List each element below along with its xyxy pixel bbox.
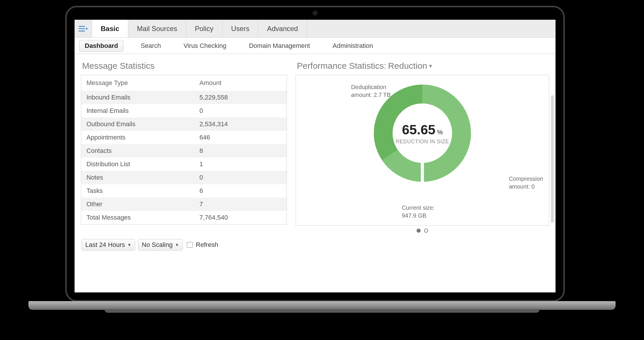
table-row: Appointments646 [81, 131, 287, 144]
pager-dot-2[interactable] [424, 229, 428, 233]
subtab-search[interactable]: Search [135, 40, 167, 52]
svg-marker-3 [86, 28, 88, 30]
menu-toggle-button[interactable] [75, 20, 92, 37]
refresh-toggle[interactable]: Refresh [186, 241, 218, 249]
cell-amount: 7 [194, 198, 287, 211]
table-row: Internal Emails0 [81, 104, 287, 117]
cell-amount: 7,764,540 [194, 211, 287, 225]
app-screen: Basic Mail Sources Policy Users Advanced… [75, 20, 556, 292]
cell-amount: 2,534,314 [194, 117, 287, 131]
table-row: Total Messages7,764,540 [81, 211, 287, 225]
cell-amount: 1 [194, 158, 287, 171]
table-row: Other7 [81, 198, 287, 211]
laptop-base [28, 301, 616, 310]
time-range-value: Last 24 Hours [85, 241, 125, 249]
subtab-virus-checking[interactable]: Virus Checking [178, 40, 232, 52]
tab-policy[interactable]: Policy [186, 20, 222, 37]
laptop-foot [104, 309, 540, 313]
tab-label: Advanced [267, 25, 298, 33]
subtab-label: Domain Management [249, 42, 310, 49]
sub-tabs: Dashboard Search Virus Checking Domain M… [75, 38, 556, 54]
refresh-label: Refresh [196, 241, 218, 249]
message-statistics-table: Message Type Amount Inbound Emails5,229,… [81, 75, 287, 225]
cell-message-type: Notes [81, 171, 194, 184]
cell-amount: 5,229,558 [194, 91, 287, 104]
cell-amount: 0 [194, 104, 287, 117]
menu-icon [79, 26, 88, 32]
scrollbar[interactable] [551, 95, 554, 223]
main-tabs: Basic Mail Sources Policy Users Advanced [75, 20, 556, 38]
annotation-compression: Compression amount: 0 [509, 175, 543, 191]
subtab-domain-management[interactable]: Domain Management [243, 40, 315, 52]
reduction-percent-value: 65.65 [402, 122, 435, 138]
col-amount[interactable]: Amount [194, 75, 287, 91]
laptop-frame: Basic Mail Sources Policy Users Advanced… [65, 6, 565, 302]
tab-users[interactable]: Users [222, 20, 258, 37]
refresh-checkbox[interactable] [187, 242, 193, 248]
tab-label: Policy [195, 25, 214, 33]
table-row: Tasks6 [81, 184, 287, 198]
chevron-down-icon: ▾ [429, 62, 432, 69]
col-message-type[interactable]: Message Type [81, 75, 194, 91]
subtab-label: Search [141, 42, 161, 49]
subtab-label: Administration [333, 42, 373, 49]
tab-label: Users [231, 25, 249, 33]
cell-amount: 0 [194, 171, 287, 184]
scaling-dropdown[interactable]: No Scaling ▼ [138, 239, 183, 251]
table-row: Contacts8 [81, 144, 287, 158]
tab-mail-sources[interactable]: Mail Sources [128, 20, 186, 37]
card-pager [296, 229, 549, 233]
cell-message-type: Appointments [81, 131, 194, 144]
subtab-dashboard[interactable]: Dashboard [79, 40, 124, 52]
time-range-dropdown[interactable]: Last 24 Hours ▼ [82, 239, 135, 251]
message-statistics-title: Message Statistics [82, 61, 287, 71]
camera-icon [313, 11, 317, 15]
cell-amount: 646 [194, 131, 287, 144]
table-row: Inbound Emails5,229,558 [81, 91, 287, 104]
reduction-donut-chart: 65.65 % REDUCTION IN SIZE [370, 81, 475, 185]
table-row: Notes0 [81, 171, 287, 184]
cell-message-type: Other [81, 198, 194, 211]
perf-metric: Reduction [388, 61, 427, 71]
performance-card: Deduplication amount: 2.7 TB [296, 75, 549, 226]
cell-message-type: Outbound Emails [81, 117, 194, 131]
pager-dot-1[interactable] [417, 229, 421, 233]
perf-title-prefix: Performance Statistics: [297, 61, 386, 71]
performance-statistics-title[interactable]: Performance Statistics: Reduction ▾ [297, 61, 549, 71]
tab-basic[interactable]: Basic [92, 20, 128, 37]
tab-label: Basic [101, 25, 119, 33]
reduction-percent-unit: % [437, 129, 443, 136]
reduction-center-label: REDUCTION IN SIZE [396, 139, 449, 145]
scaling-value: No Scaling [142, 241, 173, 249]
cell-message-type: Internal Emails [81, 104, 194, 117]
table-row: Distribution List1 [81, 158, 287, 171]
subtab-label: Dashboard [85, 42, 118, 49]
tab-advanced[interactable]: Advanced [258, 20, 307, 37]
subtab-label: Virus Checking [184, 42, 227, 49]
cell-message-type: Contacts [81, 144, 194, 158]
cell-message-type: Tasks [81, 184, 194, 198]
cell-message-type: Inbound Emails [81, 91, 194, 104]
annotation-current-size: Current size: 947.9 GB [402, 204, 435, 220]
cell-amount: 8 [194, 144, 287, 158]
cell-message-type: Total Messages [81, 211, 194, 225]
cell-message-type: Distribution List [81, 158, 194, 171]
subtab-administration[interactable]: Administration [327, 40, 379, 52]
table-row: Outbound Emails2,534,314 [81, 117, 287, 131]
chevron-down-icon: ▼ [127, 243, 131, 247]
tab-label: Mail Sources [137, 25, 177, 33]
chevron-down-icon: ▼ [175, 243, 179, 247]
cell-amount: 6 [194, 184, 287, 198]
footer-controls: Last 24 Hours ▼ No Scaling ▼ Refresh [81, 233, 549, 256]
